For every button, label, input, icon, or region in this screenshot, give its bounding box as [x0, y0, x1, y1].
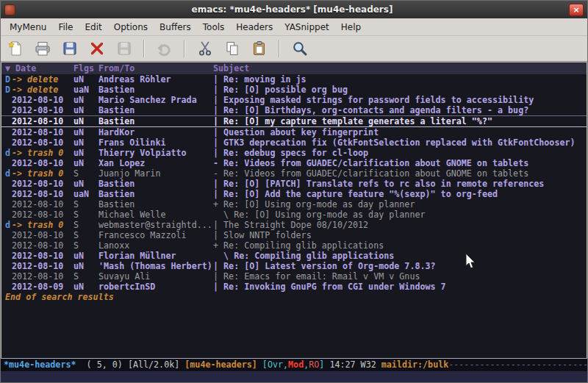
message-from: Frans Oilinki	[98, 137, 213, 148]
echo-area[interactable]	[1, 371, 587, 382]
message-date: 2012-08-10	[12, 127, 74, 137]
message-row[interactable]: d -> trash 0 S Juanjo Marin - Re: Videos…	[1, 168, 587, 179]
undo-icon	[157, 40, 173, 57]
message-date: -> delete	[12, 74, 74, 85]
message-mark: D	[1, 74, 12, 85]
column-header-from[interactable]: From/To	[98, 62, 213, 74]
close-button[interactable]: ×	[569, 4, 584, 16]
message-subject: | Question about key fingerprint	[213, 127, 587, 137]
paste-button[interactable]	[249, 39, 269, 59]
message-mark: d	[1, 168, 12, 179]
message-row[interactable]: 2012-08-10 uN Frans Oilinki | GTK3 depre…	[1, 137, 587, 148]
cut-button[interactable]	[195, 39, 215, 59]
message-date: 2012-08-10	[12, 199, 74, 210]
save-as-button[interactable]	[114, 39, 134, 59]
close-buffer-button[interactable]	[87, 39, 107, 59]
menu-edit[interactable]: Edit	[79, 20, 108, 35]
undo-button[interactable]	[154, 39, 174, 59]
save-icon	[62, 40, 78, 57]
message-mark	[1, 95, 12, 105]
paste-icon	[251, 40, 268, 57]
menu-options[interactable]: Options	[108, 20, 154, 35]
toolbar-separator	[184, 40, 185, 57]
print-button[interactable]	[32, 39, 52, 59]
message-row[interactable]: 2012-08-10 uN Mario Sanchez Prada | Expo…	[1, 95, 587, 105]
column-header-flags[interactable]: Flgs	[74, 62, 98, 74]
message-row[interactable]: 2012-08-10 uN Bastien | Re: [O] Birthday…	[1, 105, 587, 115]
modeline-overwrite-flag: Ovr	[268, 359, 283, 370]
message-flags: S	[74, 271, 98, 282]
message-flags: S	[74, 240, 98, 251]
message-mark	[1, 158, 12, 168]
message-row[interactable]: 2012-08-10 S Bastien + Re: [O] Using org…	[1, 199, 587, 210]
message-subject: \ Re: [O] Using org-mode as day planner	[213, 210, 587, 220]
message-mark	[1, 261, 12, 271]
message-flags: S	[74, 210, 98, 220]
column-header-date[interactable]: ▼ Date	[1, 62, 74, 74]
message-flags: S	[74, 199, 98, 210]
message-row[interactable]: 2012-08-10 uN 'Mash (Thomas Herbert) | R…	[1, 261, 587, 271]
message-row[interactable]: 2012-08-09 uN robertcInSD | Re: Invoking…	[1, 282, 587, 292]
app-icon	[4, 4, 15, 15]
message-row[interactable]: 2012-08-10 uN Bastien | Re: [O] [PATCH] …	[1, 179, 587, 189]
message-flags: uaN	[74, 85, 98, 95]
message-row[interactable]: d -> trash 0 S webmaster@straightd... | …	[1, 220, 587, 230]
message-from: Thierry Volpiatto	[98, 148, 213, 158]
message-subject: | Re: [O] possible org bug	[213, 85, 587, 95]
message-date: -> trash 0	[12, 220, 74, 230]
message-date: 2012-08-10	[12, 105, 74, 115]
menu-bar: MyMenu File Edit Options Buffers Tools H…	[1, 18, 587, 36]
message-row[interactable]: d -> trash 0 uN Thierry Volpiatto | Re: …	[1, 148, 587, 158]
message-mark	[1, 199, 12, 210]
menu-help[interactable]: Help	[335, 20, 367, 35]
message-subject: | The Straight Dope 08/10/2012	[213, 220, 587, 230]
message-list: D -> delete uN Andreas Röhler | Re: movi…	[1, 74, 587, 358]
save-as-icon	[116, 40, 132, 57]
modeline-flags-open-bracket: [	[257, 359, 268, 370]
message-from: Andreas Röhler	[98, 74, 213, 85]
message-date: 2012-08-10	[12, 158, 74, 168]
search-icon	[292, 40, 308, 57]
menu-tools[interactable]: Tools	[197, 20, 231, 35]
message-subject: | Re: Emacs for email: Rmail v VM v Gnus	[213, 271, 587, 282]
message-subject: \ Re: Compiling glib applications	[213, 251, 587, 261]
menu-headers[interactable]: Headers	[230, 20, 279, 35]
message-date: -> trash 0	[12, 148, 74, 158]
message-row[interactable]: D -> delete uN Andreas Röhler | Re: movi…	[1, 74, 587, 85]
message-row[interactable]: 2012-08-10 S Francesco Mazzoli | Slow NN…	[1, 230, 587, 240]
message-flags: uN	[74, 105, 98, 115]
message-flags: uN	[74, 127, 98, 137]
message-row[interactable]: D -> delete uaN Bastien | Re: [O] possib…	[1, 85, 587, 95]
message-mark	[1, 230, 12, 240]
message-subject: | Re: edebug specs for cl-loop	[213, 148, 587, 158]
message-flags: S	[74, 230, 98, 240]
message-mark	[1, 240, 12, 251]
message-row[interactable]: 2012-08-10 S Michael Welle \ Re: [O] Usi…	[1, 210, 587, 220]
message-date: 2012-08-10	[12, 251, 74, 261]
message-mark: d	[1, 220, 12, 230]
menu-yasnippet[interactable]: YASnippet	[279, 20, 335, 35]
menu-mymenu[interactable]: MyMenu	[4, 20, 52, 35]
message-date: 2012-08-10	[12, 137, 74, 148]
menu-buffers[interactable]: Buffers	[154, 20, 197, 35]
message-row[interactable]: 2012-08-10 uN Xan Lopez - Re: Videos fro…	[1, 158, 587, 168]
message-row-current[interactable]: 2012-08-10 uN Bastien | Re: [O] my captu…	[1, 115, 587, 127]
message-row[interactable]: 2012-08-10 S Lanoxx + Re: Compiling glib…	[1, 240, 587, 251]
save-button[interactable]	[60, 39, 79, 59]
column-header-subject[interactable]: Subject	[213, 62, 587, 74]
message-row[interactable]: 2012-08-10 uaN Bastien | Re: [O] Add the…	[1, 189, 587, 199]
search-button[interactable]	[290, 39, 309, 59]
message-row[interactable]: 2012-08-10 uN Florian Müllner \ Re: Comp…	[1, 251, 587, 261]
message-row[interactable]: 2012-08-10 uN HardKor | Question about k…	[1, 127, 587, 137]
message-mark	[1, 282, 12, 292]
message-flags: uN	[74, 95, 98, 105]
message-row[interactable]: 2012-08-10 S Suvayu Ali | Re: Emacs for …	[1, 271, 587, 282]
menu-file[interactable]: File	[52, 20, 79, 35]
message-mark	[1, 105, 12, 115]
copy-button[interactable]	[222, 39, 242, 59]
message-from: Bastien	[98, 199, 213, 210]
message-flags: uN	[74, 74, 98, 85]
mode-line: *mu4e-headers* ( 5, 0) [All/2.0k] [mu4e-…	[1, 358, 587, 371]
new-file-button[interactable]	[5, 39, 25, 59]
message-from: 'Mash (Thomas Herbert)	[98, 261, 213, 271]
